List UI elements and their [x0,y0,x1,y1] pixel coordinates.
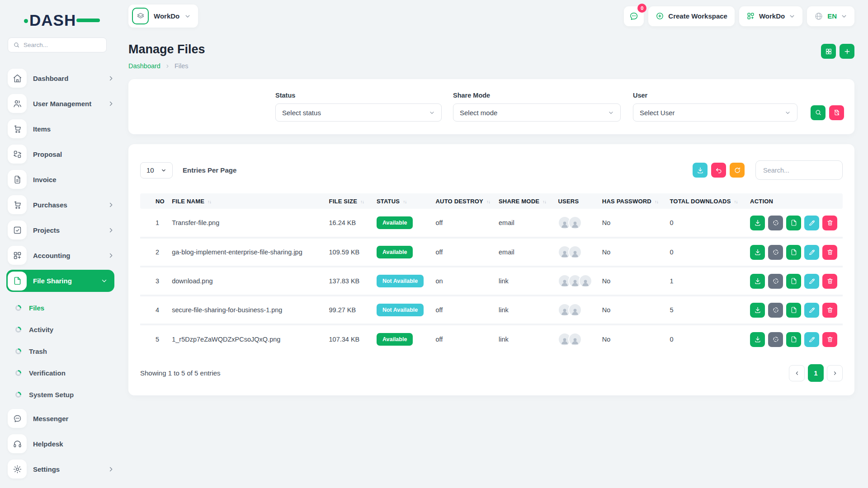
sidebar-item-label: Settings [33,465,101,473]
bullet-icon [15,305,21,311]
apply-filter-button[interactable] [811,105,826,120]
column-header-file-name[interactable]: FILE NAME↑↓ [167,193,324,209]
bullet-icon [15,392,21,398]
delete-file-button[interactable] [822,245,837,260]
export-button[interactable] [693,163,708,178]
download-file-button[interactable] [750,303,765,318]
logo-dot-icon [24,19,28,23]
filter-card: Status Select status Share Mode Select m… [128,79,854,134]
sidebar-subitem-files[interactable]: Files [8,297,114,319]
edit-file-button[interactable] [804,274,819,289]
edit-file-button[interactable] [804,332,819,347]
column-header-status[interactable]: STATUS↑↓ [372,193,431,209]
file-details-button[interactable] [786,245,801,260]
table-row: 1Transfer-file.png16.24 KBAvailableoffem… [140,209,843,238]
sidebar-item-invoice[interactable]: Invoice [8,170,114,189]
download-file-button[interactable] [750,274,765,289]
share-mode-filter-select[interactable]: Select mode [453,103,621,122]
user-avatars [558,216,597,230]
entries-per-page-select[interactable]: 10 [140,162,173,178]
add-file-button[interactable] [840,44,854,59]
sort-icon: ↑↓ [655,199,658,204]
sidebar-item-proposal[interactable]: Proposal [8,145,114,164]
sidebar-item-helpdesk[interactable]: Helpdesk [8,434,114,453]
sidebar-search-input[interactable] [24,42,104,48]
move-file-button[interactable] [768,332,783,347]
clear-filter-button[interactable] [829,105,844,120]
share-mode: link [494,267,554,296]
sidebar-item-dashboard[interactable]: Dashboard [8,69,114,88]
move-file-button[interactable] [768,216,783,230]
total-downloads: 0 [665,209,745,238]
table-search-input[interactable] [755,160,843,180]
sidebar-subitem-activity[interactable]: Activity [8,319,114,340]
header-actions [821,44,854,59]
check-square-icon [8,221,27,239]
language-label: EN [827,12,837,20]
download-file-button[interactable] [750,216,765,230]
grid-view-button[interactable] [821,44,836,59]
sidebar-item-accounting[interactable]: Accounting [8,246,114,265]
delete-file-button[interactable] [822,274,837,289]
sidebar-item-label: User Management [33,100,101,108]
column-header-total-downloads[interactable]: TOTAL DOWNLOADS↑↓ [665,193,745,209]
column-header-has-password[interactable]: HAS PASSWORD↑↓ [598,193,665,209]
download-file-button[interactable] [750,332,765,347]
row-number: 5 [140,324,167,353]
user-filter-select[interactable]: Select User [633,103,797,122]
showing-entries-text: Showing 1 to 5 of 5 entries [140,369,221,377]
next-page-button[interactable] [827,365,843,381]
download-file-button[interactable] [750,245,765,260]
brand-logo[interactable]: DASH [29,12,88,28]
file-details-button[interactable] [786,332,801,347]
file-details-button[interactable] [786,303,801,318]
workdo-menu-button[interactable]: WorkDo [739,6,802,26]
pagination: 1 [789,364,843,382]
refresh-button[interactable] [730,163,745,178]
chevron-right-icon [832,371,838,376]
status-badge: Available [377,333,413,346]
table-row: 51_r5Dzp7eZaWQDZxPCsoJQxQ.png107.34 KBAv… [140,324,843,353]
delete-file-button[interactable] [822,216,837,230]
status-filter-select[interactable]: Select status [275,103,442,122]
sidebar-item-label: Invoice [33,176,114,183]
sidebar-item-projects[interactable]: Projects [8,221,114,239]
file-details-button[interactable] [786,216,801,230]
sidebar-item-file-sharing[interactable]: File Sharing [6,270,114,292]
move-file-button[interactable] [768,274,783,289]
row-actions [750,274,843,289]
sidebar-item-settings[interactable]: Settings [8,460,114,479]
chevron-right-icon [165,64,170,69]
language-selector[interactable]: EN [807,6,854,26]
sidebar-subitem-trash[interactable]: Trash [8,340,114,362]
column-header-file-size[interactable]: FILE SIZE↑↓ [325,193,372,209]
workspace-selector[interactable]: WorkDo [128,5,198,28]
messenger-button[interactable]: 0 [624,6,644,26]
workdo-menu-label: WorkDo [759,12,785,20]
undo-button[interactable] [711,163,726,178]
sidebar-subitem-verification[interactable]: Verification [8,362,114,384]
create-workspace-button[interactable]: Create Workspace [648,6,735,26]
edit-file-button[interactable] [804,303,819,318]
delete-file-button[interactable] [822,332,837,347]
page-1-button[interactable]: 1 [808,364,824,382]
move-file-button[interactable] [768,303,783,318]
user-filter-value: Select User [640,109,675,117]
column-header-share-mode[interactable]: SHARE MODE↑↓ [494,193,554,209]
previous-page-button[interactable] [789,365,805,381]
chevron-left-icon [794,371,800,376]
chevron-right-icon [108,202,114,208]
column-header-auto-destroy[interactable]: AUTO DESTROY↑↓ [431,193,494,209]
edit-file-button[interactable] [804,245,819,260]
breadcrumb-dashboard-link[interactable]: Dashboard [128,62,160,70]
move-file-button[interactable] [768,245,783,260]
sidebar-item-purchases[interactable]: Purchases [8,195,114,214]
file-size: 107.34 KB [325,324,372,353]
sidebar-item-messenger[interactable]: Messenger [8,409,114,428]
file-details-button[interactable] [786,274,801,289]
sidebar-subitem-system-setup[interactable]: System Setup [8,384,114,405]
edit-file-button[interactable] [804,216,819,230]
delete-file-button[interactable] [822,303,837,318]
sidebar-item-items[interactable]: Items [8,119,114,138]
sidebar-item-user-management[interactable]: User Management [8,94,114,113]
